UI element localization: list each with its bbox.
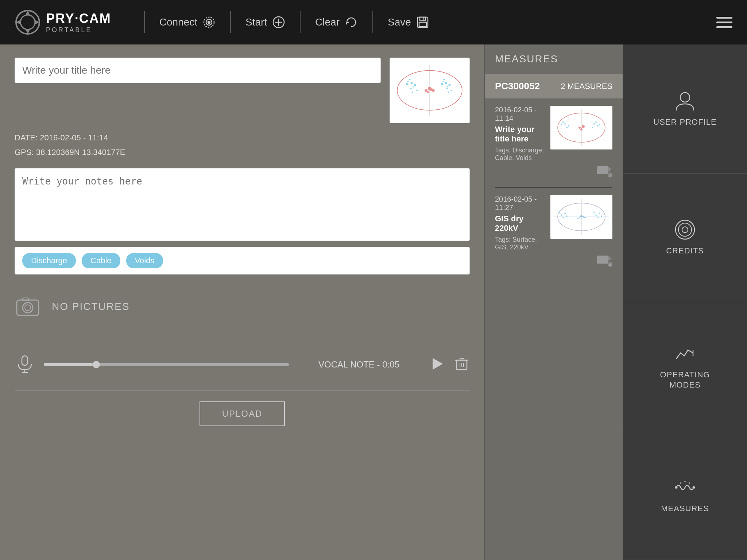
svg-point-24 [444, 79, 445, 80]
svg-point-19 [416, 90, 418, 91]
no-pictures-label: NO PICTURES [52, 301, 129, 312]
credits-icon [674, 219, 696, 241]
svg-point-98 [682, 227, 688, 233]
svg-marker-92 [608, 256, 612, 261]
svg-marker-45 [433, 358, 443, 370]
credits-label: CREDITS [666, 246, 704, 256]
svg-point-62 [599, 124, 600, 125]
start-icon [272, 16, 285, 29]
vocal-label: VOCAL NOTE - 0:05 [298, 359, 420, 370]
measure-card-2[interactable]: 2016-02-05 - 11:27 GIS dry 220kV Tags: S… [485, 188, 623, 276]
svg-text:♪: ♪ [609, 173, 611, 177]
svg-point-26 [446, 88, 448, 89]
logo-sub: PORTABLE [46, 26, 111, 34]
svg-point-73 [561, 214, 562, 216]
prycam-logo-icon [15, 9, 41, 35]
svg-point-102 [684, 481, 686, 482]
sep-4 [372, 11, 373, 33]
svg-point-103 [689, 482, 690, 484]
user-profile-label: USER PROFILE [653, 117, 716, 128]
svg-point-34 [427, 91, 429, 93]
title-input[interactable] [15, 58, 381, 83]
mic-icon [15, 354, 35, 376]
thumbnail-chart [390, 58, 469, 123]
svg-point-13 [411, 82, 413, 84]
camera-icon [15, 293, 41, 320]
hamburger-menu[interactable] [716, 17, 732, 28]
delete-button[interactable] [454, 356, 470, 373]
device-name: PC300052 [495, 81, 540, 92]
clear-button[interactable]: Clear [311, 16, 361, 29]
svg-rect-91 [597, 256, 608, 264]
svg-point-104 [680, 482, 681, 484]
sidebar-item-measures[interactable]: MEASURES [623, 431, 747, 560]
measure-card-1[interactable]: 2016-02-05 - 11:14 Write your title here… [485, 98, 623, 187]
svg-point-74 [564, 213, 566, 214]
svg-point-29 [448, 92, 449, 93]
clear-icon [345, 16, 358, 29]
sidebar-item-user-profile[interactable]: USER PROFILE [623, 44, 747, 174]
progress-bar[interactable] [44, 363, 289, 366]
main-content: DATE: 2016-02-05 - 11:14 GPS: 38.120369N… [0, 44, 747, 560]
clear-label: Clear [315, 16, 340, 28]
svg-rect-42 [22, 356, 28, 365]
measure-thumb-1 [550, 106, 612, 149]
svg-point-57 [561, 124, 562, 125]
measures-sidebar-label: MEASURES [661, 503, 709, 514]
svg-point-78 [595, 214, 597, 216]
svg-point-53 [564, 123, 566, 125]
svg-point-15 [409, 79, 411, 80]
vocal-section: VOCAL NOTE - 0:05 [15, 346, 470, 383]
svg-point-101 [693, 486, 695, 489]
notes-textarea[interactable] [15, 168, 470, 241]
svg-point-58 [593, 123, 595, 125]
logo-area: PRY·CAM PORTABLE [15, 9, 111, 35]
logo-brand: PRY·CAM [46, 11, 111, 26]
tag-cable[interactable]: Cable [82, 253, 120, 268]
svg-point-27 [443, 81, 444, 82]
operating-modes-icon [674, 343, 696, 365]
connect-icon [202, 16, 216, 29]
svg-point-18 [407, 81, 409, 82]
svg-point-59 [597, 125, 599, 127]
sep-1 [144, 11, 145, 33]
svg-point-60 [595, 121, 597, 123]
svg-point-61 [592, 127, 593, 128]
svg-point-86 [577, 218, 578, 219]
connect-label: Connect [159, 16, 197, 28]
sep-2 [230, 11, 231, 33]
measure-thumb-2 [550, 195, 612, 239]
tags-row: Discharge Cable Voids [15, 247, 470, 275]
sidebar-item-credits[interactable]: CREDITS [623, 174, 747, 303]
tag-voids[interactable]: Voids [126, 253, 163, 268]
device-row: PC300052 2 MEASURES [485, 74, 623, 98]
play-button[interactable] [429, 356, 445, 373]
svg-point-14 [413, 86, 414, 88]
svg-point-30 [441, 83, 444, 85]
gps-label: GPS: 38.120369N 13.340177E [15, 145, 470, 160]
svg-point-35 [430, 88, 433, 91]
svg-point-16 [414, 84, 416, 86]
connect-button[interactable]: Connect [156, 16, 219, 29]
logo-text: PRY·CAM PORTABLE [46, 11, 111, 34]
tag-discharge[interactable]: Discharge [22, 253, 76, 268]
progress-fill [44, 363, 93, 366]
start-button[interactable]: Start [242, 16, 289, 29]
header: PRY·CAM PORTABLE Connect Start Clear Sav… [0, 0, 747, 44]
upload-button[interactable]: UPLOAD [200, 401, 285, 426]
svg-point-31 [425, 89, 427, 92]
svg-marker-69 [608, 166, 612, 172]
svg-point-79 [599, 213, 600, 214]
upload-btn-row: UPLOAD [15, 401, 470, 426]
svg-point-100 [675, 486, 677, 489]
svg-point-97 [678, 223, 692, 236]
sidebar-item-operating-modes[interactable]: OPERATINGMODES [623, 302, 747, 431]
device-count: 2 MEASURES [561, 82, 612, 91]
svg-rect-10 [419, 22, 426, 27]
svg-point-63 [578, 127, 581, 129]
save-button[interactable]: Save [384, 16, 433, 29]
svg-point-56 [566, 127, 568, 128]
svg-point-4 [208, 21, 210, 23]
svg-point-1 [20, 15, 35, 30]
measure-media-icon-1: ♪ [596, 165, 612, 179]
